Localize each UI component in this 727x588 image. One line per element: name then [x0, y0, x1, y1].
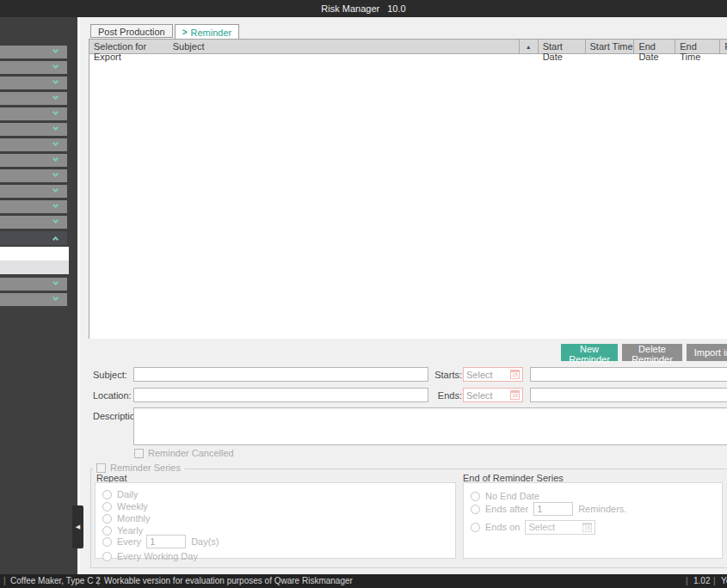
no-end-date-label: No End Date — [485, 491, 539, 501]
sidebar-list-item-selected[interactable] — [0, 260, 69, 274]
chevron-down-icon — [52, 94, 59, 100]
radio-icon[interactable] — [471, 505, 480, 514]
import-in-calendar-button[interactable]: Import in Calendar — [687, 344, 727, 361]
radio-icon[interactable] — [102, 552, 112, 561]
sidebar-section-collapsed[interactable] — [0, 61, 67, 74]
active-tab-arrow-icon: > — [182, 28, 188, 37]
sidebar-section-collapsed[interactable] — [0, 77, 67, 89]
starts-label: Starts: — [433, 370, 462, 380]
column-header-end-date[interactable]: End Date — [633, 40, 675, 53]
radio-icon[interactable] — [102, 526, 112, 536]
sort-ascending-icon: ▲ — [526, 44, 532, 50]
tab-post-production[interactable]: Post Production — [90, 24, 173, 38]
repeat-working-day-label: Every Working Day — [117, 551, 198, 561]
radio-icon[interactable] — [471, 523, 480, 532]
repeat-option-daily[interactable]: Daily — [102, 488, 138, 500]
tab-reminder[interactable]: > Reminder — [175, 24, 240, 39]
reminders-suffix: Reminders. — [578, 504, 626, 514]
table-body-empty — [89, 54, 727, 339]
sidebar — [0, 17, 77, 574]
starts-value-input[interactable] — [530, 367, 727, 382]
sidebar-section-collapsed[interactable] — [0, 216, 67, 229]
status-separator: | — [3, 576, 6, 585]
chevron-down-icon — [52, 217, 59, 224]
app-version: 10.0 — [387, 3, 405, 14]
chevron-down-icon — [52, 78, 59, 84]
radio-icon[interactable] — [471, 492, 480, 501]
sidebar-section-collapsed[interactable] — [0, 200, 67, 213]
column-header-selection-for-export[interactable]: Selection for Export — [89, 40, 169, 53]
radio-icon[interactable] — [102, 502, 112, 511]
sidebar-section-collapsed[interactable] — [0, 123, 67, 136]
radio-icon[interactable] — [102, 514, 112, 524]
sidebar-list-item[interactable] — [0, 247, 69, 260]
chevron-down-icon — [52, 125, 59, 131]
sidebar-section-collapsed[interactable] — [0, 107, 67, 120]
repeat-option-every-days[interactable]: Every Day(s) — [102, 536, 219, 548]
reminder-cancelled-checkbox[interactable] — [134, 449, 144, 458]
reminder-series-checkbox[interactable] — [96, 463, 106, 473]
sidebar-section-collapsed[interactable] — [0, 169, 67, 182]
repeat-option-yearly[interactable]: Yearly — [102, 524, 143, 536]
series-end-option-ends-on[interactable]: Ends on Select 15 — [471, 521, 595, 533]
titlebar: Risk Manager 10.0 — [0, 0, 727, 17]
delete-reminder-button[interactable]: Delete Reminder — [622, 344, 682, 361]
radio-icon[interactable] — [102, 537, 112, 547]
sidebar-section-collapsed[interactable] — [0, 46, 67, 58]
calendar-icon: 15 — [510, 370, 520, 379]
starts-date-select[interactable]: Select 15 — [463, 367, 523, 382]
sidebar-section-collapsed[interactable] — [0, 92, 67, 105]
column-header-start-time[interactable]: Start Time — [585, 40, 634, 53]
chevron-down-icon — [52, 109, 59, 115]
ends-date-select[interactable]: Select 15 — [463, 388, 523, 402]
column-header-start-date[interactable]: Start Date — [538, 40, 585, 53]
status-device: Coffee Maker, Type C 2 — [10, 576, 101, 585]
repeat-option-weekly-label: Weekly — [117, 501, 148, 511]
starts-date-placeholder: Select — [466, 370, 493, 380]
collapse-sidebar-handle[interactable]: ◀ — [72, 505, 83, 548]
location-label: Location: — [93, 390, 132, 401]
column-header-end-time[interactable]: End Time — [675, 40, 719, 53]
description-textarea[interactable] — [133, 407, 727, 445]
chevron-down-icon — [52, 63, 59, 69]
sidebar-section-collapsed[interactable] — [0, 154, 67, 167]
reminder-series-legend: Reminder Series — [93, 462, 184, 473]
sidebar-splitter[interactable] — [77, 17, 80, 574]
reminder-series-label: Reminder Series — [110, 462, 181, 473]
series-end-option-ends-after[interactable]: Ends after Reminders. — [471, 503, 626, 515]
collapse-left-icon: ◀ — [76, 524, 80, 530]
sidebar-section-collapsed[interactable] — [0, 185, 67, 198]
status-separator: | — [686, 576, 688, 585]
location-input[interactable] — [133, 388, 428, 402]
series-end-option-no-end-date[interactable]: No End Date — [471, 490, 539, 502]
column-header-subject[interactable]: Subject — [169, 40, 519, 53]
subject-input[interactable] — [133, 367, 428, 382]
status-version: 1.02 — [693, 576, 710, 585]
ends-after-input[interactable] — [533, 502, 573, 516]
chevron-down-icon — [52, 295, 59, 301]
column-header-sort[interactable]: ▲ — [519, 40, 538, 53]
ends-on-date-select[interactable]: Select 15 — [525, 520, 595, 535]
chevron-down-icon — [52, 140, 59, 146]
repeat-option-every-working-day[interactable]: Every Working Day — [102, 550, 198, 562]
repeat-option-monthly[interactable]: Monthly — [102, 512, 151, 524]
column-header-reminder[interactable]: Re — [719, 40, 727, 53]
radio-icon[interactable] — [102, 490, 112, 499]
ends-value-input[interactable] — [530, 388, 727, 402]
repeat-option-weekly[interactable]: Weekly — [102, 500, 148, 512]
chevron-down-icon — [52, 279, 59, 285]
sidebar-section-collapsed[interactable] — [0, 138, 67, 151]
sidebar-section-collapsed[interactable] — [0, 293, 67, 306]
status-user: You — [721, 576, 727, 585]
ends-after-label: Ends after — [485, 504, 528, 514]
app-title: Risk Manager — [321, 3, 379, 14]
statusbar: | Coffee Maker, Type C 2 | Workable vers… — [0, 574, 727, 588]
ends-date-placeholder: Select — [466, 390, 493, 401]
sidebar-section-collapsed[interactable] — [0, 278, 67, 291]
calendar-icon: 15 — [582, 523, 592, 532]
new-reminder-button[interactable]: New Reminder — [561, 344, 618, 361]
chevron-down-icon — [52, 156, 59, 162]
every-days-input[interactable] — [146, 535, 186, 548]
sidebar-section-expanded-header[interactable] — [0, 231, 67, 245]
status-separator: | — [97, 576, 100, 585]
